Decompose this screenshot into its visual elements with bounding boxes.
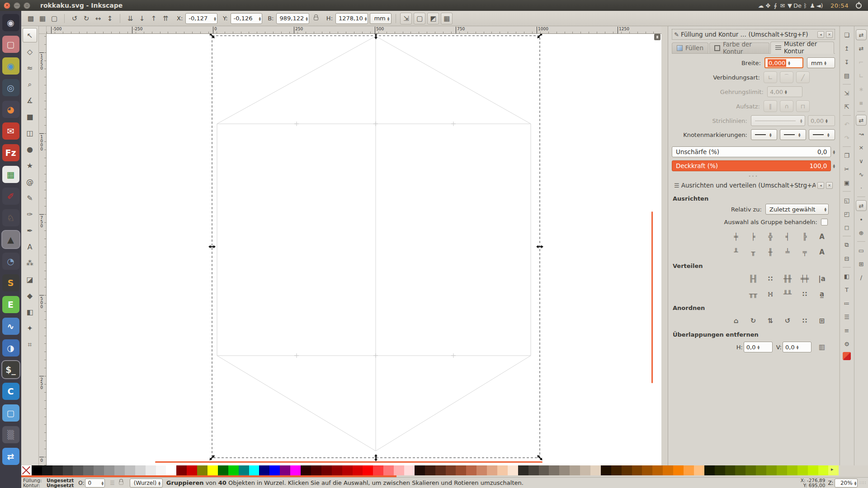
palette-swatch[interactable] xyxy=(156,465,166,475)
keyboard-layout-badge[interactable]: De xyxy=(793,2,802,9)
xml-editor[interactable]: ≔ xyxy=(841,298,852,309)
palette-swatch[interactable] xyxy=(290,465,301,475)
distribute-right-edges[interactable]: ╫╫ xyxy=(781,273,794,285)
palette-swatch[interactable] xyxy=(549,465,559,475)
select-all-layers[interactable]: ▦ xyxy=(37,13,48,24)
affect-corners-toggle[interactable]: ▢ xyxy=(414,13,425,24)
palette-swatch[interactable] xyxy=(187,465,197,475)
spin-arrows-icon[interactable]: ▲▼ xyxy=(833,164,835,168)
dock-close-button[interactable]: ✕ xyxy=(826,182,833,189)
node-tool[interactable]: ◇ xyxy=(23,44,37,59)
palette-swatch[interactable] xyxy=(280,465,290,475)
folder-sync-app[interactable]: ⇄ xyxy=(2,448,19,465)
volume-icon[interactable]: ◄) xyxy=(816,2,823,9)
canvas-area[interactable]: -500-250025050075010001250 1250100075050… xyxy=(39,26,661,465)
dock-close-button[interactable]: ✕ xyxy=(826,31,833,38)
opacity-indicator-field[interactable]: 0▲▼ xyxy=(85,479,105,488)
align-header[interactable]: ☰ Ausrichten und verteilen (Umschalt+Str… xyxy=(672,180,835,191)
palette-swatch[interactable] xyxy=(125,465,135,475)
terminal-app[interactable]: $_ xyxy=(2,361,19,378)
cap-round-button[interactable]: ∩ xyxy=(780,100,793,112)
connector-tool[interactable]: ⌗ xyxy=(23,337,37,352)
snap-bbox-centers[interactable]: ▪ xyxy=(856,97,867,108)
zoom-to-drawing[interactable]: ◰ xyxy=(841,208,852,219)
palette-swatch[interactable] xyxy=(601,465,611,475)
clock[interactable]: 20:54 xyxy=(830,2,849,9)
palette-swatch[interactable] xyxy=(21,465,32,475)
snap-bbox-edge-midpoints[interactable]: ∗ xyxy=(856,84,867,94)
palette-swatch[interactable] xyxy=(622,465,632,475)
palette-swatch[interactable] xyxy=(528,465,539,475)
palette-swatch[interactable] xyxy=(404,465,415,475)
palette-swatch[interactable] xyxy=(269,465,280,475)
align-top-edges[interactable]: ╥ xyxy=(746,246,760,258)
palette-swatch[interactable] xyxy=(425,465,435,475)
exchange-positions-clockwise[interactable]: ↺ xyxy=(781,315,794,327)
spin-arrows-icon[interactable]: ▲▼ xyxy=(854,481,857,485)
overlap-h-field[interactable]: 0,0▲▼ xyxy=(744,342,773,352)
selector-tool[interactable]: ↖ xyxy=(23,28,37,42)
wave-app[interactable]: ∿ xyxy=(2,318,19,335)
text-dialog[interactable]: T xyxy=(841,284,852,295)
palette-swatch[interactable] xyxy=(497,465,508,475)
palette-swatch[interactable] xyxy=(342,465,353,475)
start-marker-select[interactable]: ▲▼ xyxy=(751,129,777,140)
exchange-positions-stacking[interactable]: ⇅ xyxy=(764,315,777,327)
distribute-text-anchors-v[interactable]: a̲ xyxy=(815,288,829,300)
palette-swatch[interactable] xyxy=(508,465,518,475)
palette-swatch[interactable] xyxy=(435,465,446,475)
horizontal-ruler[interactable]: -500-250025050075010001250 xyxy=(47,26,661,34)
bucket-fill-tool[interactable]: ◆ xyxy=(23,288,37,303)
height-field[interactable]: 1278,10▲▼ xyxy=(335,13,368,24)
lock-ratio-icon[interactable] xyxy=(314,17,318,20)
rokkaku-hexagon-outline[interactable] xyxy=(217,36,531,451)
align-top-to-bottom-edge[interactable]: ╤ xyxy=(798,246,811,258)
ruler-toggle-button[interactable] xyxy=(654,34,660,40)
rotate-cw[interactable]: ↻ xyxy=(80,13,92,24)
zoom-tool[interactable]: ⌕ xyxy=(23,77,37,91)
palette-swatch[interactable] xyxy=(249,465,259,475)
palette-swatch[interactable] xyxy=(611,465,622,475)
wifi-icon[interactable]: ▼ xyxy=(786,2,793,9)
maximize-window-button[interactable]: ▫ xyxy=(24,2,30,9)
drawing-canvas[interactable] xyxy=(47,34,661,465)
star-tool[interactable]: ★ xyxy=(23,158,37,173)
palette-swatch[interactable] xyxy=(415,465,425,475)
import-image[interactable]: ⇲ xyxy=(841,88,852,99)
palette-swatch[interactable] xyxy=(32,465,42,475)
snap-line-midpoints[interactable]: · xyxy=(856,183,867,193)
libreoffice-calc-app[interactable]: ▦ xyxy=(2,166,19,183)
align-bottom-edges[interactable]: ╧ xyxy=(781,246,794,258)
palette-swatch[interactable] xyxy=(663,465,673,475)
ellipse-tool[interactable]: ● xyxy=(23,142,37,156)
calligraphy-tool[interactable]: ✒ xyxy=(23,223,37,238)
close-window-button[interactable]: ✕ xyxy=(4,2,10,9)
cap-square-button[interactable]: ⊓ xyxy=(796,100,810,112)
zoom-to-selection[interactable]: ◱ xyxy=(841,195,852,206)
layer-lock-icon[interactable] xyxy=(119,481,123,485)
unclump-objects[interactable]: ⊞ xyxy=(815,315,829,327)
box3d-tool[interactable]: ◫ xyxy=(23,126,37,140)
bezier-tool[interactable]: ✑ xyxy=(23,207,37,221)
spin-arrows-icon[interactable]: ▲▼ xyxy=(214,16,216,21)
print-document[interactable]: ▤ xyxy=(841,70,852,81)
notifications-bell-icon[interactable]: ♟ xyxy=(809,2,816,9)
palette-swatch[interactable] xyxy=(104,465,114,475)
layers-dialog[interactable]: ≡ xyxy=(841,325,852,336)
palette-swatch[interactable] xyxy=(777,465,787,475)
distribute-left-edges[interactable]: ╟╢ xyxy=(746,273,760,285)
vector-draw-app[interactable]: ✐ xyxy=(2,188,19,205)
save-document[interactable]: ↧ xyxy=(841,56,852,67)
group-objects[interactable]: ⧉ xyxy=(841,239,852,250)
overlap-v-field[interactable]: 0,0▲▼ xyxy=(783,342,811,352)
snap-path-intersections[interactable]: × xyxy=(856,142,867,153)
palette-scroll-arrow-icon[interactable]: ▸ xyxy=(831,466,834,472)
sync-icon[interactable]: ✥ xyxy=(764,2,772,9)
spin-arrows-icon[interactable]: ▲▼ xyxy=(757,345,760,349)
align-right-to-left-edge[interactable]: ╪ xyxy=(729,231,743,243)
window-resize-grip[interactable]: ∷∷ xyxy=(859,480,866,485)
open-document[interactable]: ↥ xyxy=(841,43,852,54)
snap-enable[interactable]: ⇄ xyxy=(856,29,867,40)
palette-swatch[interactable] xyxy=(259,465,269,475)
paste[interactable]: ▣ xyxy=(841,177,852,188)
